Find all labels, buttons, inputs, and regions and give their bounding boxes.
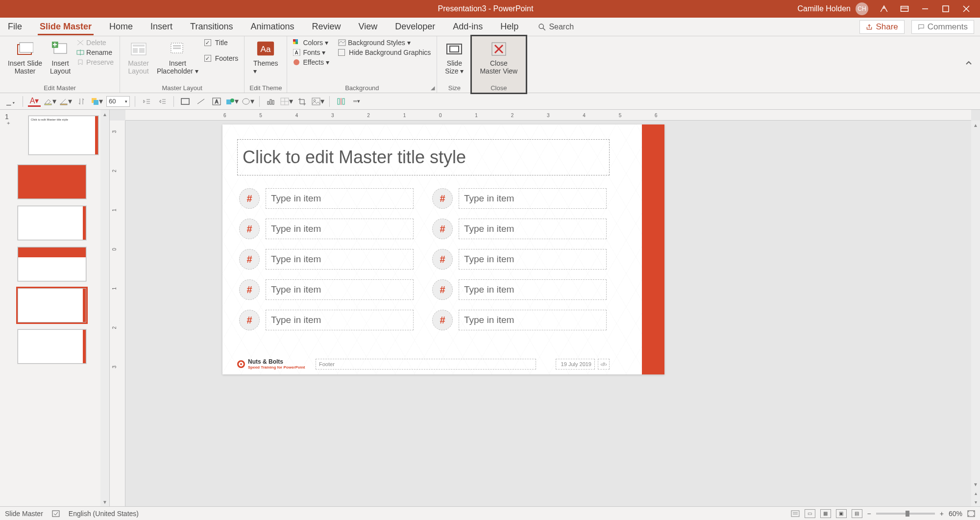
- insert-placeholder-button[interactable]: Insert Placeholder ▾: [154, 38, 201, 76]
- item-textbox[interactable]: Type in item: [266, 188, 414, 209]
- background-styles-button[interactable]: Background Styles ▾: [337, 38, 432, 47]
- title-checkbox[interactable]: Title: [203, 38, 239, 47]
- notes-button[interactable]: [791, 510, 800, 517]
- item-textbox[interactable]: Type in item: [459, 219, 607, 239]
- layout-thumbnail-4[interactable]: [18, 288, 86, 322]
- item-placeholder[interactable]: #Type in item: [432, 219, 607, 239]
- item-placeholder[interactable]: #Type in item: [432, 188, 607, 209]
- insert-slide-master-button[interactable]: Insert Slide Master: [5, 38, 45, 76]
- slide-size-button[interactable]: Slide Size ▾: [442, 38, 466, 76]
- tab-addins[interactable]: Add-ins: [451, 19, 485, 35]
- tab-slide-master[interactable]: Slide Master: [38, 19, 94, 35]
- font-size-combo[interactable]: 60▾: [106, 96, 130, 107]
- reading-view-button[interactable]: ▣: [836, 509, 847, 518]
- item-bullet[interactable]: #: [432, 219, 453, 239]
- date-placeholder[interactable]: 19 July 2019: [556, 359, 595, 370]
- ribbon-display-icon[interactable]: [900, 4, 909, 14]
- shape-line-button[interactable]: [195, 96, 207, 107]
- layout-thumbnail-1[interactable]: [18, 165, 86, 199]
- colors-button[interactable]: Colors ▾: [292, 38, 330, 47]
- effects-button[interactable]: Effects ▾: [292, 58, 330, 67]
- share-button[interactable]: Share: [859, 20, 904, 34]
- item-placeholder[interactable]: #Type in item: [239, 188, 414, 209]
- normal-view-button[interactable]: ▭: [805, 509, 815, 518]
- close-window-button[interactable]: [961, 4, 971, 14]
- title-placeholder[interactable]: Click to edit Master title style: [237, 139, 610, 175]
- tab-file[interactable]: File: [6, 19, 24, 35]
- minimize-button[interactable]: [920, 4, 930, 14]
- fit-to-window-button[interactable]: [967, 510, 975, 517]
- scroll-down-button[interactable]: ▼: [971, 480, 980, 489]
- slideshow-view-button[interactable]: ▤: [852, 509, 862, 518]
- item-placeholder[interactable]: #Type in item: [239, 279, 414, 300]
- item-textbox[interactable]: Type in item: [459, 279, 607, 300]
- item-textbox[interactable]: Type in item: [459, 249, 607, 270]
- text-box-button[interactable]: A: [210, 96, 223, 107]
- coming-soon-icon[interactable]: [879, 4, 889, 14]
- item-textbox[interactable]: Type in item: [266, 310, 414, 330]
- footers-checkbox[interactable]: Footers: [203, 54, 239, 63]
- highlight-button[interactable]: ▾: [44, 96, 56, 107]
- item-bullet[interactable]: #: [432, 249, 453, 270]
- close-master-view-button[interactable]: Close Master View: [477, 38, 520, 76]
- themes-button[interactable]: Aa Themes▾: [250, 38, 281, 76]
- zoom-out-button[interactable]: −: [867, 510, 871, 518]
- item-placeholder[interactable]: #Type in item: [432, 310, 607, 330]
- hide-bg-checkbox[interactable]: Hide Background Graphics: [337, 48, 432, 57]
- slide-master-canvas[interactable]: Click to edit Master title style #Type i…: [222, 124, 664, 374]
- slide-number-placeholder[interactable]: ‹#›: [598, 359, 610, 370]
- thumbnail-scrollbar[interactable]: ▲ ▼: [100, 110, 109, 506]
- picture-button[interactable]: ▾: [312, 96, 324, 107]
- tab-transitions[interactable]: Transitions: [188, 19, 235, 35]
- ink-button[interactable]: ▾: [59, 96, 72, 107]
- zoom-slider[interactable]: [876, 513, 935, 515]
- fonts-button[interactable]: AFonts ▾: [292, 48, 330, 57]
- tab-developer[interactable]: Developer: [393, 19, 437, 35]
- item-bullet[interactable]: #: [432, 279, 453, 300]
- master-thumbnail[interactable]: Click to edit Master title style: [28, 116, 98, 155]
- item-textbox[interactable]: Type in item: [266, 279, 414, 300]
- insert-layout-button[interactable]: Insert Layout: [47, 38, 74, 76]
- sorter-view-button[interactable]: ▦: [820, 509, 831, 518]
- item-textbox[interactable]: Type in item: [459, 310, 607, 330]
- zoom-level[interactable]: 60%: [949, 510, 962, 518]
- item-bullet[interactable]: #: [432, 310, 453, 330]
- item-placeholder[interactable]: #Type in item: [432, 249, 607, 270]
- table-button[interactable]: ▾: [280, 96, 293, 107]
- font-color-button[interactable]: A▾: [28, 96, 41, 107]
- tell-me-search[interactable]: Search: [538, 23, 574, 31]
- prev-slide-button[interactable]: ▴: [971, 489, 980, 497]
- arrange-button[interactable]: ▾: [91, 96, 103, 107]
- next-slide-button[interactable]: ▾: [971, 497, 980, 506]
- tab-view[interactable]: View: [357, 19, 380, 35]
- user-account[interactable]: Camille Holden CH: [798, 2, 869, 15]
- item-placeholder[interactable]: #Type in item: [239, 310, 414, 330]
- item-bullet[interactable]: #: [432, 188, 453, 209]
- status-language[interactable]: English (United States): [69, 510, 139, 518]
- distribute-button[interactable]: [335, 96, 347, 107]
- align-menu-button[interactable]: ⎯▾: [5, 96, 18, 107]
- item-placeholder[interactable]: #Type in item: [239, 219, 414, 239]
- tab-review[interactable]: Review: [310, 19, 343, 35]
- delete-layout-button[interactable]: Delete: [75, 38, 115, 47]
- increase-indent-button[interactable]: [156, 96, 169, 107]
- item-textbox[interactable]: Type in item: [266, 249, 414, 270]
- item-bullet[interactable]: #: [239, 249, 260, 270]
- comments-button[interactable]: Comments: [911, 20, 974, 34]
- item-placeholder[interactable]: #Type in item: [432, 279, 607, 300]
- tab-home[interactable]: Home: [107, 19, 135, 35]
- canvas-scrollbar[interactable]: ▲ ▼ ▴ ▾: [971, 121, 980, 506]
- item-bullet[interactable]: #: [239, 279, 260, 300]
- scroll-up-button[interactable]: ▲: [100, 110, 109, 119]
- tab-insert[interactable]: Insert: [148, 19, 174, 35]
- zoom-in-button[interactable]: +: [940, 510, 944, 518]
- preserve-master-button[interactable]: Preserve: [75, 58, 115, 67]
- layout-thumbnail-2[interactable]: [18, 206, 86, 240]
- scroll-down-button[interactable]: ▼: [100, 497, 109, 506]
- customize-qat-button[interactable]: ═▾: [350, 96, 363, 107]
- tab-help[interactable]: Help: [498, 19, 520, 35]
- item-bullet[interactable]: #: [239, 188, 260, 209]
- rename-layout-button[interactable]: Rename: [75, 48, 115, 57]
- item-bullet[interactable]: #: [239, 310, 260, 330]
- chart-button[interactable]: [265, 96, 277, 107]
